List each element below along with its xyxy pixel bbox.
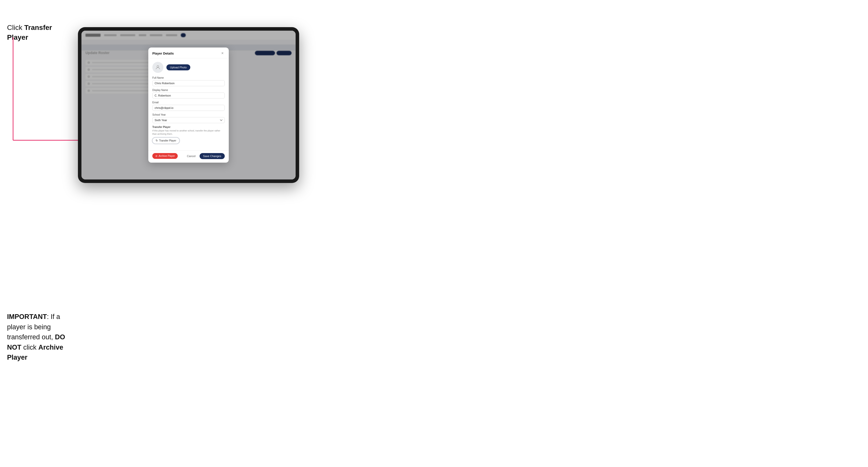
full-name-label: Full Name (152, 76, 225, 79)
modal-overlay: Player Details × Upload Photo (82, 31, 296, 180)
display-name-input[interactable] (152, 93, 225, 98)
school-year-label: School Year (152, 113, 225, 116)
email-group: Email (152, 101, 225, 111)
transfer-player-section: Transfer Player If this player has moved… (152, 126, 225, 144)
modal-body: Upload Photo Full Name Display Name (148, 58, 229, 150)
modal-title: Player Details (152, 52, 174, 55)
tablet-device: Update Roster (78, 27, 299, 183)
full-name-input[interactable] (152, 80, 225, 86)
archive-btn-label: Archive Player (159, 155, 175, 157)
archive-player-button[interactable]: ⊘ Archive Player (152, 153, 178, 159)
display-name-group: Display Name (152, 89, 225, 98)
click-instruction: Click Transfer Player (7, 23, 75, 42)
transfer-player-button[interactable]: ↻ Transfer Player (152, 137, 180, 144)
photo-upload-row: Upload Photo (152, 62, 225, 73)
full-name-group: Full Name (152, 76, 225, 86)
modal-close-button[interactable]: × (220, 51, 225, 56)
school-year-group: School Year Sixth Year (152, 113, 225, 123)
school-year-select[interactable]: Sixth Year (152, 117, 225, 123)
cancel-button[interactable]: Cancel (185, 153, 198, 159)
player-details-modal: Player Details × Upload Photo (148, 48, 229, 162)
transfer-player-description: If this player has moved to another scho… (152, 129, 225, 135)
modal-footer: ⊘ Archive Player Cancel Save Changes (148, 150, 229, 163)
email-input[interactable] (152, 105, 225, 111)
transfer-player-heading: Transfer Player (152, 126, 225, 128)
footer-right-actions: Cancel Save Changes (185, 153, 225, 159)
email-label: Email (152, 101, 225, 104)
transfer-player-btn-label: Transfer Player (159, 139, 176, 142)
instruction-bottom: IMPORTANT: If a player is being transfer… (7, 312, 75, 363)
avatar-placeholder (152, 62, 163, 73)
tablet-screen: Update Roster (82, 31, 296, 180)
modal-header: Player Details × (148, 48, 229, 58)
transfer-icon: ↻ (156, 139, 158, 142)
upload-photo-button[interactable]: Upload Photo (166, 64, 190, 70)
instruction-top: Click Transfer Player (7, 23, 75, 42)
svg-point-3 (157, 66, 159, 67)
display-name-label: Display Name (152, 89, 225, 92)
save-changes-button[interactable]: Save Changes (199, 153, 225, 159)
archive-icon: ⊘ (155, 155, 157, 157)
